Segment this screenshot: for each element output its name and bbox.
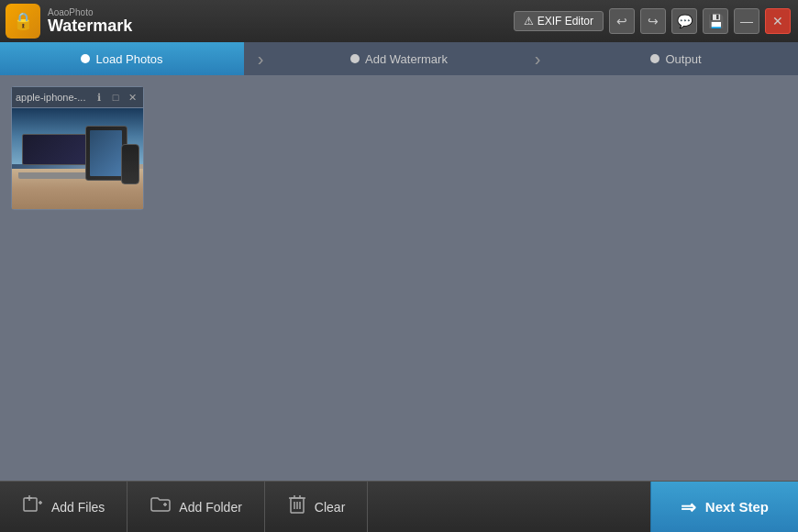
redo-button[interactable]: ↪ (640, 8, 666, 34)
step3-dot (650, 54, 659, 63)
step3-label: Output (665, 52, 701, 66)
undo-button[interactable]: ↩ (609, 8, 635, 34)
step-separator-2: › (521, 42, 554, 75)
save-button[interactable]: 💾 (703, 8, 728, 34)
ipad-screen (90, 130, 122, 176)
exif-editor-button[interactable]: ⚠ EXIF Editor (514, 11, 604, 31)
iphone-silhouette (121, 144, 139, 184)
comment-button[interactable]: 💬 (671, 8, 697, 34)
photo-info-button[interactable]: ℹ (92, 90, 106, 105)
add-files-button[interactable]: Add Files (0, 482, 127, 532)
macbook-base (18, 172, 95, 179)
step-output[interactable]: Output (554, 42, 798, 75)
photo-fullscreen-button[interactable]: □ (108, 90, 123, 105)
close-icon: ✕ (772, 14, 783, 28)
close-button[interactable]: ✕ (765, 8, 791, 34)
app-name-small: AoaoPhoto (48, 7, 132, 17)
photo-simulation (12, 108, 143, 209)
warning-icon: ⚠ (524, 15, 534, 28)
svg-rect-0 (24, 498, 37, 511)
undo-icon: ↩ (616, 14, 627, 28)
step1-dot (81, 54, 90, 63)
add-folder-icon (150, 493, 172, 520)
photo-thumbnail (12, 108, 143, 209)
step-separator-1: › (244, 42, 277, 75)
photo-card-header: apple-iphone-... ℹ □ ✕ (12, 87, 143, 108)
clear-icon (287, 493, 307, 520)
bottom-toolbar: Add Files Add Folder Clear ⇒ (0, 481, 798, 532)
add-folder-label: Add Folder (179, 500, 241, 515)
step1-label: Load Photos (95, 52, 162, 66)
step-add-watermark[interactable]: Add Watermark (277, 42, 521, 75)
next-step-button[interactable]: ⇒ Next Step (650, 482, 798, 532)
title-text: AoaoPhoto Watermark (48, 7, 132, 36)
app-logo (6, 4, 40, 39)
title-bar: AoaoPhoto Watermark ⚠ EXIF Editor ↩ ↪ 💬 … (0, 0, 798, 42)
app-name-large: Watermark (48, 17, 132, 36)
photo-filename: apple-iphone-... (16, 92, 85, 103)
add-files-icon (22, 493, 44, 520)
photo-card-actions: ℹ □ ✕ (92, 90, 139, 105)
exif-editor-label: EXIF Editor (538, 15, 593, 28)
minimize-button[interactable]: — (734, 8, 759, 34)
title-right: ⚠ EXIF Editor ↩ ↪ 💬 💾 — ✕ (514, 8, 791, 34)
next-step-label: Next Step (705, 499, 769, 515)
content-area: apple-iphone-... ℹ □ ✕ (0, 75, 798, 481)
step2-label: Add Watermark (365, 52, 448, 66)
toolbar-spacer (368, 482, 650, 532)
title-left: AoaoPhoto Watermark (6, 4, 132, 39)
step2-dot (350, 54, 360, 63)
redo-icon: ↪ (648, 14, 659, 28)
photo-close-button[interactable]: ✕ (125, 90, 139, 105)
photo-card: apple-iphone-... ℹ □ ✕ (11, 86, 144, 210)
step-load-photos[interactable]: Load Photos (0, 42, 244, 75)
stepper: Load Photos › Add Watermark › Output (0, 42, 798, 75)
add-files-label: Add Files (51, 500, 105, 515)
clear-button[interactable]: Clear (265, 482, 368, 532)
comment-icon: 💬 (677, 14, 693, 28)
save-icon: 💾 (708, 14, 724, 28)
macbook-screen (22, 134, 90, 166)
add-folder-button[interactable]: Add Folder (127, 482, 264, 532)
clear-label: Clear (315, 500, 345, 515)
next-step-icon: ⇒ (681, 496, 696, 518)
minimize-icon: — (740, 14, 753, 28)
